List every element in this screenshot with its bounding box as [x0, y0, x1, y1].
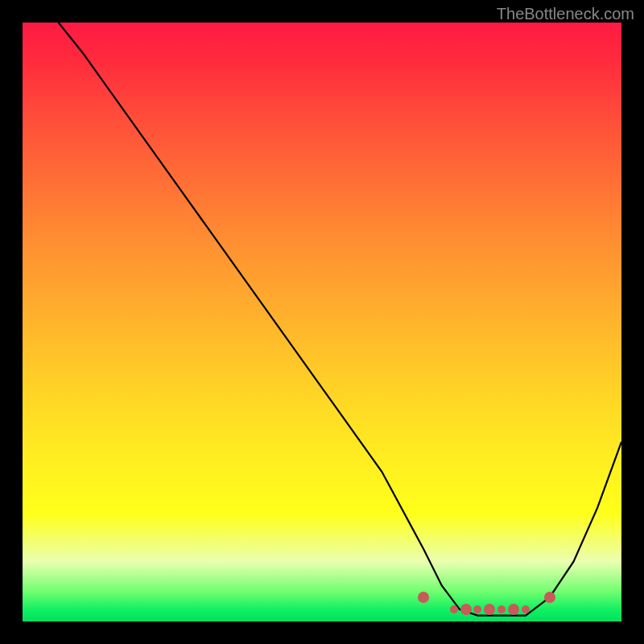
optimal-marker	[418, 592, 429, 603]
optimal-marker	[473, 605, 481, 613]
optimal-marker	[460, 604, 472, 615]
optimal-marker	[544, 592, 555, 603]
watermark-text: TheBottleneck.com	[497, 5, 634, 23]
optimal-marker	[497, 605, 506, 613]
optimal-marker	[508, 604, 519, 615]
optimal-marker	[450, 605, 458, 613]
bottleneck-curve	[23, 23, 621, 621]
optimal-marker	[522, 605, 530, 613]
optimal-marker	[484, 604, 495, 615]
chart-plot-area	[23, 23, 621, 621]
